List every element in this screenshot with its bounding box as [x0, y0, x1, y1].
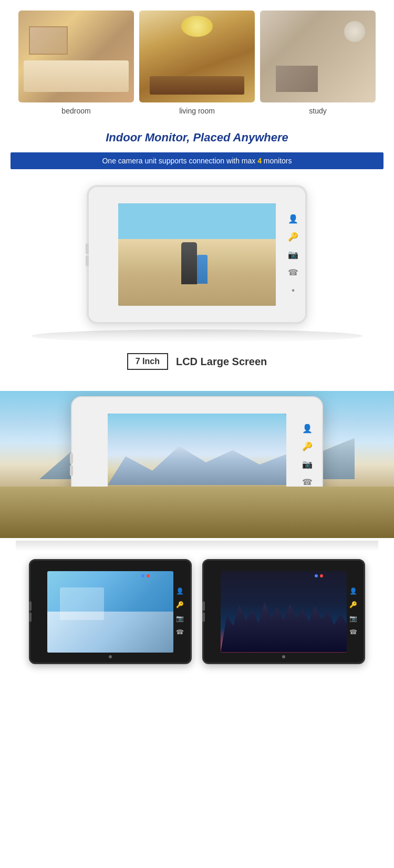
large-monitor-device: 👤 🔑 📷 ☎ •: [71, 396, 323, 533]
small-right-bottom-light: [282, 655, 285, 658]
small-screen-living: [47, 571, 173, 653]
small-screen-city: [221, 571, 347, 653]
small-right-blue-dot: [315, 574, 318, 577]
study-photo: [260, 11, 376, 102]
small-left-dots: [141, 574, 150, 577]
bedroom-label: bedroom: [61, 107, 90, 115]
large-dot-icon: •: [306, 496, 309, 504]
banner-text-before: One camera unit supports connection with…: [102, 157, 257, 165]
large-key-icon: 🔑: [302, 442, 313, 451]
large-monitor-right-icons: 👤 🔑 📷 ☎ •: [302, 425, 313, 504]
living-room-label: living room: [179, 107, 215, 115]
small-left-red-dot: [147, 574, 150, 577]
bedroom-wrapper: bedroom: [18, 11, 134, 115]
living-room-photo: [139, 11, 255, 102]
dot-icon: •: [292, 286, 295, 295]
monitor-device-white: 👤 🔑 📷 ☎ •: [87, 185, 307, 324]
monitor-right-icons: 👤 🔑 📷 ☎ •: [288, 215, 298, 295]
monitor-side-buttons: [86, 243, 89, 266]
small-right-btn-1: [202, 602, 205, 611]
small-right-key-icon: 🔑: [349, 602, 357, 608]
small-left-key-icon: 🔑: [176, 602, 184, 608]
large-monitor-screen: [108, 414, 286, 516]
size-description: LCD Large Screen: [176, 356, 267, 368]
large-monitor-side-buttons: [70, 453, 73, 476]
small-right-person-icon: 👤: [349, 588, 357, 594]
small-left-phone-icon: ☎: [176, 629, 184, 635]
monitor-shadow-1: [32, 329, 362, 343]
landscape-background: 👤 🔑 📷 ☎ •: [0, 391, 394, 538]
size-box: 7 Inch: [127, 353, 168, 370]
large-camera-icon: 📷: [302, 460, 313, 469]
small-left-btn-2: [29, 613, 32, 622]
side-button-1: [86, 243, 89, 254]
bottom-monitors-section: 👤 🔑 📷 ☎ 👤 🔑 📷 ☎: [0, 551, 394, 675]
mountain-scene: [108, 414, 286, 516]
living-room-wrapper: living room: [139, 11, 255, 115]
size-label-section: 7 Inch LCD Large Screen: [0, 343, 394, 386]
beach-scene: [118, 203, 276, 306]
small-right-dots: [315, 574, 323, 577]
key-icon: 🔑: [288, 233, 298, 241]
monitor-screen: [118, 203, 276, 306]
small-left-camera-icon: 📷: [176, 615, 184, 622]
large-side-button-2: [70, 466, 73, 476]
indoor-monitor-title: Indoor Monitor, Placed Anywhere: [11, 131, 383, 144]
small-left-side-buttons: [29, 602, 32, 622]
small-right-side-buttons: [202, 602, 205, 622]
small-right-red-dot: [320, 574, 323, 577]
small-monitor-left: 👤 🔑 📷 ☎: [29, 559, 192, 664]
camera-icon: 📷: [288, 251, 298, 259]
small-left-person-icon: 👤: [176, 588, 184, 594]
study-label: study: [309, 107, 326, 115]
room-photos-section: bedroom living room study: [0, 0, 394, 115]
banner-highlight: 4: [257, 157, 262, 165]
small-monitor-right: 👤 🔑 📷 ☎: [202, 559, 365, 664]
phone-icon: ☎: [288, 268, 298, 277]
indoor-heading-section: Indoor Monitor, Placed Anywhere: [0, 115, 394, 152]
small-right-right-icons: 👤 🔑 📷 ☎: [349, 588, 357, 635]
bedroom-photo: [18, 11, 134, 102]
side-button-2: [86, 255, 89, 266]
banner-text-after: monitors: [262, 157, 292, 165]
large-monitor-overlay: 👤 🔑 📷 ☎ •: [71, 396, 323, 533]
large-person-icon: 👤: [302, 425, 313, 433]
small-left-btn-1: [29, 602, 32, 611]
small-right-phone-icon: ☎: [349, 629, 357, 635]
monitor-white-section: 👤 🔑 📷 ☎ •: [0, 169, 394, 329]
large-monitor-section: 👤 🔑 📷 ☎ •: [0, 386, 394, 543]
small-left-right-icons: 👤 🔑 📷 ☎: [176, 588, 184, 635]
small-right-btn-2: [202, 613, 205, 622]
large-phone-icon: ☎: [302, 478, 313, 487]
small-right-camera-icon: 📷: [349, 615, 357, 622]
small-left-bottom-light: [109, 655, 112, 658]
blue-banner: One camera unit supports connection with…: [11, 152, 383, 169]
study-wrapper: study: [260, 11, 376, 115]
small-left-blue-dot: [141, 574, 144, 577]
large-side-button-1: [70, 453, 73, 464]
person-icon: 👤: [288, 215, 298, 223]
